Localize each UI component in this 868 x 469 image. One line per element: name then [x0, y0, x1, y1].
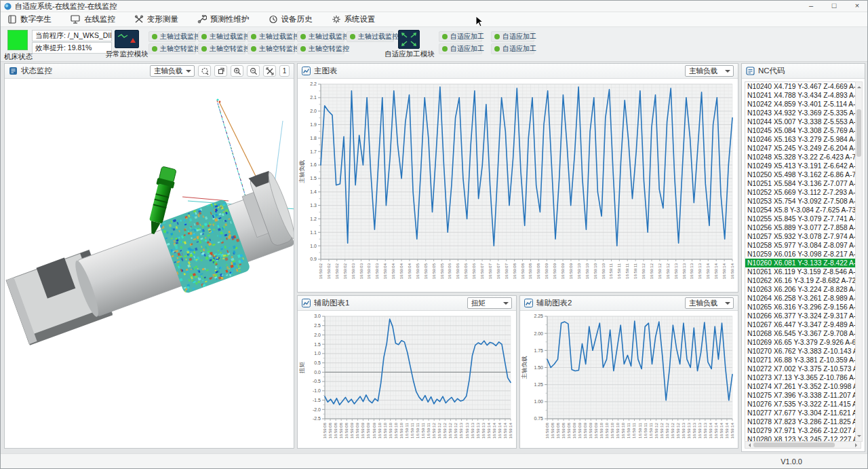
orbit-rotate-icon[interactable] — [214, 65, 227, 77]
anomaly-module-icon[interactable] — [115, 30, 139, 48]
spindle-overload-monitor-button[interactable]: 主轴过载监控 — [149, 31, 196, 42]
history-clock-icon — [269, 15, 278, 24]
nc-code-line[interactable]: N10253 X5.754 Y-3.092 Z-7.508 A-73.677 — [745, 197, 855, 206]
adaptive-machining-button[interactable]: 自适应加工 — [439, 43, 482, 54]
green-status-dot-icon — [442, 46, 448, 52]
viewport-signal-dropdown[interactable]: 主轴负载 — [150, 65, 195, 77]
nc-code-line[interactable]: N10276 X7.535 Y-3.322 Z-11.415 A-65.22 — [745, 400, 855, 409]
menu-item-predictive-maintenance[interactable]: 预测性维护 — [197, 14, 250, 24]
adaptive-machining-button[interactable]: 自适应加工 — [439, 31, 482, 42]
aux-chart1-plot[interactable]: -2.5-2.0-1.5-1.0-0.50.00.51.01.52.02.53.… — [298, 311, 516, 447]
spindle-overload-monitor-button[interactable]: 主轴过载监控 — [248, 31, 295, 42]
3d-model-viewport[interactable] — [5, 79, 294, 448]
mouse-cursor — [475, 16, 484, 28]
spindle-idle-monitor-button[interactable]: 主轴空转监控 — [149, 43, 196, 54]
adaptive-machining-button[interactable]: 自适应加工 — [491, 43, 534, 54]
minimize-button[interactable]: – — [800, 1, 823, 12]
nc-code-line[interactable]: N10279 X7.971 Y-3.266 Z-12.027 A-62.98 — [745, 426, 855, 435]
nc-code-line[interactable]: N10241 X4.788 Y-3.434 Z-4.893 A-76.062 — [745, 91, 855, 100]
zoom-in-icon[interactable] — [231, 65, 243, 77]
nc-code-line[interactable]: N10248 X5.328 Y-3.22 Z-6.423 A-74.52 C — [745, 153, 855, 162]
nc-code-line[interactable]: N10249 X5.413 Y-3.191 Z-6.642 A-74.346 — [745, 162, 855, 170]
nc-code-line[interactable]: N10251 X5.584 Y-3.136 Z-7.077 A-74.012 — [745, 179, 855, 188]
nc-code-line[interactable]: N10259 X6.016 Y-3.098 Z-8.217 A-73.036 — [745, 250, 855, 259]
nc-code-line[interactable]: N10265 X6.316 Y-3.296 Z-9.156 A-71.771 — [745, 303, 855, 312]
nc-code-line[interactable]: N10250 X5.498 Y-3.162 Z-6.86 A-74.178 C — [745, 170, 855, 179]
nc-code-line[interactable]: N10272 X7.002 Y-3.375 Z-10.573 A-68.05 — [745, 364, 855, 373]
aux-chart1-panel: 辅助图表1 扭矩 -2.5-2.0-1.5-1.0-0.50.00.51.01.… — [297, 295, 517, 449]
nc-code-line[interactable]: N10261 X6.119 Y-3.159 Z-8.546 A-72.701 — [745, 267, 855, 276]
nc-code-line[interactable]: N10252 X5.669 Y-3.112 Z-7.293 A-73.844 — [745, 188, 855, 197]
svg-text:16:59:10: 16:59:10 — [585, 263, 589, 279]
maximize-button[interactable]: □ — [823, 1, 846, 12]
svg-text:16:59:13: 16:59:13 — [698, 263, 702, 279]
nc-code-line[interactable]: N10242 X4.859 Y-3.401 Z-5.114 A-75.775 — [745, 100, 855, 109]
nc-code-line[interactable]: N10266 X6.377 Y-3.324 Z-9.317 A-71.443 — [745, 312, 855, 320]
svg-text:16:59:12: 16:59:12 — [658, 263, 662, 279]
svg-text:16:59:13: 16:59:13 — [465, 422, 469, 438]
nc-code-line[interactable]: N10262 X6.16 Y-3.19 Z-8.682 A-72.534 C — [745, 276, 855, 285]
nc-code-line[interactable]: N10246 X5.163 Y-3.279 Z-5.984 A-74.892 — [745, 135, 855, 144]
nc-code-list[interactable]: N10240 X4.719 Y-3.467 Z-4.669 A-76.396N1… — [745, 81, 856, 442]
nc-code-line[interactable]: N10243 X4.932 Y-3.369 Z-5.335 A-75.523 — [745, 109, 855, 117]
fit-view-icon[interactable] — [263, 65, 276, 77]
adaptive-module-icon[interactable] — [398, 30, 420, 49]
nc-code-line[interactable]: N10268 X6.545 Y-3.367 Z-9.708 A-70.519 — [745, 329, 855, 338]
nc-vscroll-thumb[interactable] — [856, 109, 861, 157]
gear-icon — [332, 15, 341, 24]
menu-item-digital-twin[interactable]: 数字孪生 — [7, 14, 52, 24]
main-chart-plot[interactable]: 0.91.01.11.21.31.41.51.61.71.81.92.02.12… — [298, 79, 738, 292]
svg-text:16:59:13: 16:59:13 — [703, 422, 707, 438]
nc-code-line[interactable]: N10269 X6.65 Y-3.379 Z-9.926 A-69.947 C — [745, 338, 855, 347]
menu-item-system-settings[interactable]: 系统设置 — [332, 14, 376, 24]
machine-status-label: 机床状态 — [3, 52, 33, 62]
svg-text:16:59:12: 16:59:12 — [443, 422, 447, 438]
spindle-idle-monitor-button[interactable]: 主轴空转监控 — [248, 43, 295, 54]
nc-horizontal-scrollbar[interactable] — [745, 441, 861, 449]
spindle-overload-monitor-button[interactable]: 主轴过载监控 — [297, 31, 344, 42]
view-count-box[interactable]: 1 — [279, 65, 290, 77]
nc-vertical-scrollbar[interactable] — [855, 81, 863, 442]
nc-code-line[interactable]: N10277 X7.677 Y-3.304 Z-11.621 A-64.48 — [745, 409, 855, 417]
svg-text:16:59:14: 16:59:14 — [487, 422, 491, 438]
nc-code-line[interactable]: N10275 X7.396 Y-3.338 Z-11.207 A-65.95 — [745, 391, 855, 400]
nc-code-line[interactable]: N10274 X7.261 Y-3.352 Z-10.998 A-66.67 — [745, 382, 855, 391]
main-chart-panel: 主图表 主轴负载 0.91.01.11.21.31.41.51.61.71.81… — [297, 63, 738, 293]
nc-code-line[interactable]: N10270 X6.762 Y-3.383 Z-10.143 A-69.34 — [745, 347, 855, 356]
nc-code-line[interactable]: N10244 X5.007 Y-3.338 Z-5.553 A-75.297 — [745, 117, 855, 126]
nc-code-line[interactable]: N10247 X5.245 Y-3.249 Z-6.204 A-74.701 — [745, 144, 855, 153]
close-button[interactable]: × — [846, 1, 868, 12]
adaptive-machining-button[interactable]: 自适应加工 — [491, 31, 534, 42]
nc-code-line[interactable]: N10271 X6.88 Y-3.381 Z-10.359 A-68.711 — [745, 356, 855, 364]
nc-code-line[interactable]: N10254 X5.8 Y-3.084 Z-7.625 A-73.571 C — [745, 206, 855, 214]
nc-code-line[interactable]: N10267 X6.447 Y-3.347 Z-9.489 A-71.055 — [745, 320, 855, 329]
nc-code-line[interactable]: N10258 X5.977 Y-3.084 Z-8.097 A-73.138 — [745, 241, 855, 250]
spindle-overload-monitor-button[interactable]: 主轴过载监控 — [347, 31, 394, 42]
spindle-overload-monitor-button[interactable]: 主轴过载监控 — [198, 31, 245, 42]
nc-code-line[interactable]: N10256 X5.889 Y-3.077 Z-7.858 A-73.348 — [745, 223, 855, 232]
aux-chart2-signal-dropdown[interactable]: 主轴负载 — [685, 297, 734, 309]
menu-item-device-history[interactable]: 设备历史 — [269, 14, 313, 24]
nc-code-line[interactable]: N10255 X5.845 Y-3.079 Z-7.741 A-73.458 — [745, 214, 855, 223]
nc-code-line[interactable]: N10257 X5.932 Y-3.078 Z-7.974 A-73.243 — [745, 232, 855, 241]
aux-chart1-signal-dropdown[interactable]: 扭矩 — [467, 297, 512, 309]
nc-code-line[interactable]: N10240 X4.719 Y-3.467 Z-4.669 A-76.396 — [745, 82, 855, 91]
nc-code-line[interactable]: N10273 X7.13 Y-3.365 Z-10.786 A-67.372 — [745, 373, 855, 382]
nc-hscroll-thumb[interactable] — [753, 443, 835, 447]
svg-text:16:59:07: 16:59:07 — [496, 263, 500, 279]
aux-chart2-plot[interactable]: 0.751.001.251.501.752.002.2516:59:0816:5… — [520, 311, 738, 447]
zoom-out-icon[interactable] — [247, 65, 260, 77]
nc-code-line[interactable]: N10245 X5.084 Y-3.308 Z-5.769 A-75.088 — [745, 126, 855, 135]
spindle-idle-monitor-button[interactable]: 主轴空转监控 — [297, 43, 344, 54]
main-chart-signal-dropdown[interactable]: 主轴负载 — [685, 65, 734, 77]
menu-item-deformation-measure[interactable]: 变形测量 — [134, 14, 178, 24]
lasso-select-icon[interactable] — [198, 65, 211, 77]
nc-code-line[interactable]: N10264 X6.258 Y-3.261 Z-8.989 A-72.072 — [745, 294, 855, 303]
svg-text:-1.5: -1.5 — [313, 398, 321, 402]
nc-code-line[interactable]: N10263 X6.206 Y-3.224 Z-8.828 A-72.33 C — [745, 285, 855, 294]
menu-item-online-monitoring[interactable]: 在线监控 — [71, 14, 115, 24]
svg-text:16:59:10: 16:59:10 — [601, 263, 606, 279]
nc-code-line[interactable]: N10278 X7.823 Y-3.286 Z-11.825 A-63.73 — [745, 417, 855, 426]
nc-code-line[interactable]: N10260 X6.081 Y-3.133 Z-8.422 A-72.835 — [745, 259, 855, 267]
spindle-idle-monitor-button[interactable]: 主轴空转监控 — [198, 43, 245, 54]
